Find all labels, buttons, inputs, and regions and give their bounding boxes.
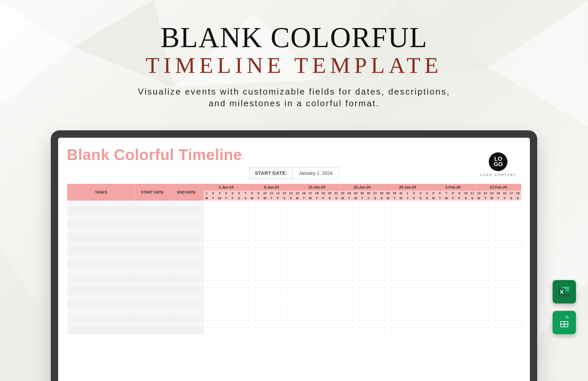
calendar-cell[interactable] xyxy=(469,294,475,301)
calendar-cell[interactable] xyxy=(288,294,294,301)
calendar-cell[interactable] xyxy=(372,234,378,241)
calendar-cell[interactable] xyxy=(352,221,359,227)
calendar-cell[interactable] xyxy=(430,314,437,321)
calendar-cell[interactable] xyxy=(482,301,488,307)
calendar-cell[interactable] xyxy=(275,287,281,294)
calendar-cell[interactable] xyxy=(294,234,300,241)
calendar-cell[interactable] xyxy=(424,274,430,281)
calendar-cell[interactable] xyxy=(294,301,300,307)
calendar-cell[interactable] xyxy=(430,247,437,254)
calendar-cell[interactable] xyxy=(333,314,339,321)
calendar-cell[interactable] xyxy=(450,328,456,334)
calendar-cell[interactable] xyxy=(346,247,352,254)
calendar-cell[interactable] xyxy=(385,301,391,307)
calendar-cell[interactable] xyxy=(501,221,508,227)
calendar-cell[interactable] xyxy=(210,254,216,261)
calendar-cell[interactable] xyxy=(404,214,411,221)
calendar-cell[interactable] xyxy=(320,254,326,261)
calendar-cell[interactable] xyxy=(281,281,288,287)
calendar-cell[interactable] xyxy=(430,281,437,287)
calendar-cell[interactable] xyxy=(463,328,469,334)
calendar-cell[interactable] xyxy=(378,234,385,241)
calendar-cell[interactable] xyxy=(508,321,514,328)
calendar-cell[interactable] xyxy=(314,227,320,234)
calendar-cell[interactable] xyxy=(463,267,469,274)
calendar-cell[interactable] xyxy=(242,267,249,274)
calendar-cell[interactable] xyxy=(236,241,242,247)
calendar-cell[interactable] xyxy=(365,221,372,227)
calendar-cell[interactable] xyxy=(249,314,255,321)
calendar-cell[interactable] xyxy=(352,201,359,207)
task-cell[interactable] xyxy=(67,201,135,207)
calendar-cell[interactable] xyxy=(275,207,281,214)
calendar-cell[interactable] xyxy=(307,214,313,221)
calendar-cell[interactable] xyxy=(203,321,210,328)
calendar-cell[interactable] xyxy=(450,281,456,287)
calendar-cell[interactable] xyxy=(495,234,501,241)
calendar-cell[interactable] xyxy=(352,281,359,287)
calendar-cell[interactable] xyxy=(320,267,326,274)
calendar-cell[interactable] xyxy=(333,301,339,307)
calendar-cell[interactable] xyxy=(463,307,469,314)
calendar-cell[interactable] xyxy=(242,247,249,254)
start-date-value[interactable]: January 1, 2024 xyxy=(293,167,338,179)
calendar-cell[interactable] xyxy=(456,241,462,247)
calendar-cell[interactable] xyxy=(294,321,300,328)
calendar-cell[interactable] xyxy=(223,234,229,241)
calendar-cell[interactable] xyxy=(378,221,385,227)
calendar-cell[interactable] xyxy=(333,247,339,254)
calendar-cell[interactable] xyxy=(288,221,294,227)
calendar-cell[interactable] xyxy=(333,254,339,261)
calendar-cell[interactable] xyxy=(216,281,223,287)
calendar-cell[interactable] xyxy=(488,287,495,294)
calendar-cell[interactable] xyxy=(210,328,216,334)
calendar-cell[interactable] xyxy=(378,274,385,281)
calendar-cell[interactable] xyxy=(301,241,307,247)
calendar-cell[interactable] xyxy=(307,314,313,321)
calendar-cell[interactable] xyxy=(320,307,326,314)
calendar-cell[interactable] xyxy=(475,221,482,227)
calendar-cell[interactable] xyxy=(281,201,288,207)
calendar-cell[interactable] xyxy=(404,241,411,247)
calendar-cell[interactable] xyxy=(372,328,378,334)
calendar-cell[interactable] xyxy=(443,214,449,221)
calendar-cell[interactable] xyxy=(339,328,346,334)
calendar-cell[interactable] xyxy=(417,241,424,247)
calendar-cell[interactable] xyxy=(385,207,391,214)
calendar-cell[interactable] xyxy=(359,234,365,241)
calendar-cell[interactable] xyxy=(398,254,404,261)
calendar-cell[interactable] xyxy=(411,214,417,221)
calendar-cell[interactable] xyxy=(430,227,437,234)
calendar-cell[interactable] xyxy=(378,214,385,221)
calendar-cell[interactable] xyxy=(314,287,320,294)
calendar-cell[interactable] xyxy=(339,267,346,274)
calendar-cell[interactable] xyxy=(249,301,255,307)
end-date-cell[interactable] xyxy=(169,234,203,241)
end-date-cell[interactable] xyxy=(169,301,203,307)
calendar-cell[interactable] xyxy=(229,234,236,241)
calendar-cell[interactable] xyxy=(398,274,404,281)
calendar-cell[interactable] xyxy=(482,241,488,247)
calendar-cell[interactable] xyxy=(469,267,475,274)
calendar-cell[interactable] xyxy=(352,267,359,274)
calendar-cell[interactable] xyxy=(450,227,456,234)
calendar-cell[interactable] xyxy=(339,301,346,307)
calendar-cell[interactable] xyxy=(333,234,339,241)
calendar-cell[interactable] xyxy=(456,307,462,314)
calendar-cell[interactable] xyxy=(365,281,372,287)
calendar-cell[interactable] xyxy=(236,207,242,214)
calendar-cell[interactable] xyxy=(307,281,313,287)
calendar-cell[interactable] xyxy=(210,201,216,207)
calendar-cell[interactable] xyxy=(229,261,236,267)
end-date-cell[interactable] xyxy=(169,314,203,321)
calendar-cell[interactable] xyxy=(378,207,385,214)
end-date-cell[interactable] xyxy=(169,307,203,314)
calendar-cell[interactable] xyxy=(469,254,475,261)
calendar-cell[interactable] xyxy=(495,287,501,294)
calendar-cell[interactable] xyxy=(314,321,320,328)
calendar-cell[interactable] xyxy=(268,321,275,328)
calendar-cell[interactable] xyxy=(372,241,378,247)
calendar-cell[interactable] xyxy=(411,301,417,307)
calendar-cell[interactable] xyxy=(443,207,449,214)
calendar-cell[interactable] xyxy=(326,241,333,247)
